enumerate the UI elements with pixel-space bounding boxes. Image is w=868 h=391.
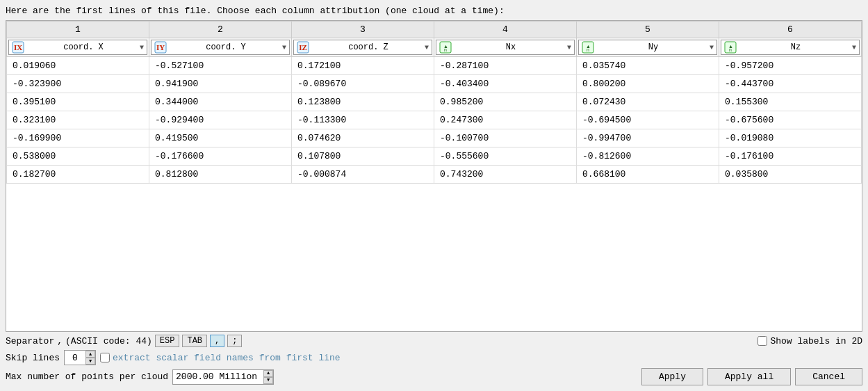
max-points-input[interactable]: [173, 371, 263, 383]
skip-lines-up-button[interactable]: ▲: [85, 351, 95, 358]
separator-label: Separator: [6, 336, 54, 346]
separator-row: Separator , (ASCII code: 44) ESP TAB , ;…: [6, 335, 862, 347]
cell-r1-c2: -0.089670: [292, 75, 434, 93]
svg-text:IX: IX: [14, 43, 22, 51]
dropdown-cell-5[interactable]: ▲ n Ny ▼: [578, 40, 717, 55]
col4-arrow: ▼: [567, 44, 571, 51]
cell-r4-c0: -0.169900: [7, 129, 149, 147]
svg-text:n: n: [587, 47, 589, 52]
col-dropdown-4[interactable]: ▲ n Nx ▼: [434, 38, 577, 57]
svg-text:n: n: [729, 47, 732, 52]
cell-r2-c1: 0.344000: [149, 93, 292, 111]
show-labels-right: Show labels in 2D: [758, 336, 862, 346]
cell-r1-c1: 0.941900: [149, 75, 292, 93]
cell-r4-c4: -0.994700: [577, 129, 719, 147]
cell-r2-c3: 0.985200: [434, 93, 577, 111]
cell-r5-c0: 0.538000: [7, 147, 149, 166]
col-dropdown-1[interactable]: IX coord. X ▼: [7, 38, 149, 57]
cell-r3-c1: -0.929400: [149, 111, 292, 129]
skip-row: Skip lines ▲ ▼ extract scalar field name…: [6, 350, 862, 365]
skip-lines-label: Skip lines: [6, 353, 60, 363]
col6-label: Nz: [739, 42, 852, 52]
apply-all-button[interactable]: Apply all: [707, 368, 791, 385]
extract-checkbox[interactable]: [100, 353, 110, 362]
dropdown-cell-6[interactable]: ▲ n Nz ▼: [721, 40, 860, 55]
table-scroll-area[interactable]: 1 2 3 4 5 6 I: [6, 21, 862, 331]
cell-r5-c4: -0.812600: [577, 147, 719, 166]
cell-r5-c1: -0.176600: [149, 147, 292, 166]
cell-r0-c5: -0.957200: [719, 57, 862, 75]
cell-r3-c2: -0.113300: [292, 111, 434, 129]
instruction-text: Here are the first lines of this file. C…: [6, 6, 862, 16]
extract-label: extract scalar field names from first li…: [113, 353, 341, 363]
cell-r5-c5: -0.176100: [719, 147, 862, 166]
col1-label: coord. X: [27, 42, 140, 52]
data-table-wrapper: 1 2 3 4 5 6 I: [6, 20, 862, 332]
show-labels-checkbox[interactable]: [758, 336, 767, 346]
cell-r0-c3: -0.287100: [434, 57, 577, 75]
dropdown-cell-2[interactable]: IY coord. Y ▼: [151, 40, 290, 55]
cell-r4-c5: -0.019080: [719, 129, 862, 147]
dropdown-cell-1[interactable]: IX coord. X ▼: [8, 40, 147, 55]
cell-r1-c3: -0.403400: [434, 75, 577, 93]
col-num-3: 3: [292, 22, 434, 38]
table-row: -0.1699000.4195000.074620-0.100700-0.994…: [7, 129, 862, 147]
col2-label: coord. Y: [170, 42, 282, 52]
skip-lines-input[interactable]: [65, 353, 85, 363]
skip-lines-down-button[interactable]: ▼: [85, 358, 95, 365]
col6-arrow: ▼: [852, 44, 856, 51]
cell-r4-c3: -0.100700: [434, 129, 577, 147]
dropdown-cell-4[interactable]: ▲ n Nx ▼: [436, 40, 575, 55]
max-points-spinbox-buttons: ▲ ▼: [263, 370, 273, 384]
col-dropdown-6[interactable]: ▲ n Nz ▼: [719, 38, 862, 57]
cell-r6-c1: 0.812800: [149, 166, 292, 184]
cell-r1-c0: -0.323900: [7, 75, 149, 93]
nz-normal-icon: ▲ n: [724, 41, 737, 54]
extract-checkbox-container: extract scalar field names from first li…: [100, 353, 341, 363]
cell-r1-c4: 0.800200: [577, 75, 719, 93]
col-num-4: 4: [434, 22, 577, 38]
max-points-input-container[interactable]: ▲ ▼: [172, 369, 274, 385]
cell-r0-c4: 0.035740: [577, 57, 719, 75]
max-points-label: Max number of points per cloud: [6, 372, 168, 382]
cancel-button[interactable]: Cancel: [795, 368, 862, 385]
y-coord-icon: IY: [154, 41, 167, 54]
col-dropdown-5[interactable]: ▲ n Ny ▼: [577, 38, 719, 57]
cell-r6-c2: -0.000874: [292, 166, 434, 184]
separator-value: ,: [57, 336, 63, 346]
table-row: 0.538000-0.1766000.107800-0.555600-0.812…: [7, 147, 862, 166]
action-buttons: Apply Apply all Cancel: [641, 368, 862, 385]
cell-r5-c2: 0.107800: [292, 147, 434, 166]
table-row: 0.019060-0.5271000.172100-0.2871000.0357…: [7, 57, 862, 75]
max-points-up-button[interactable]: ▲: [263, 370, 273, 377]
svg-text:IY: IY: [156, 43, 165, 51]
skip-lines-spinbox[interactable]: ▲ ▼: [64, 350, 96, 365]
col-num-1: 1: [7, 22, 149, 38]
col-dropdown-3[interactable]: IZ coord. Z ▼: [292, 38, 434, 57]
cell-r1-c5: -0.443700: [719, 75, 862, 93]
col5-arrow: ▼: [710, 44, 714, 51]
data-table: 1 2 3 4 5 6 I: [6, 21, 862, 184]
cell-r0-c0: 0.019060: [7, 57, 149, 75]
tab-button[interactable]: TAB: [182, 335, 207, 347]
col-num-6: 6: [719, 22, 862, 38]
esp-button[interactable]: ESP: [155, 335, 180, 347]
col-num-5: 5: [577, 22, 719, 38]
semicolon-button[interactable]: ;: [227, 335, 242, 347]
comma-button[interactable]: ,: [210, 335, 224, 347]
nx-normal-icon: ▲ n: [439, 41, 452, 54]
column-dropdown-row: IX coord. X ▼: [7, 38, 862, 57]
skip-lines-spinbox-buttons: ▲ ▼: [85, 351, 95, 365]
col1-arrow: ▼: [140, 44, 144, 51]
cell-r3-c5: -0.675600: [719, 111, 862, 129]
dropdown-cell-3[interactable]: IZ coord. Z ▼: [293, 40, 432, 55]
cell-r2-c0: 0.395100: [7, 93, 149, 111]
show-labels-label: Show labels in 2D: [770, 336, 862, 346]
col3-label: coord. Z: [312, 42, 425, 52]
cell-r4-c1: 0.419500: [149, 129, 292, 147]
ny-normal-icon: ▲ n: [582, 41, 594, 54]
apply-button[interactable]: Apply: [641, 368, 703, 385]
col-num-2: 2: [149, 22, 292, 38]
col-dropdown-2[interactable]: IY coord. Y ▼: [149, 38, 292, 57]
max-points-down-button[interactable]: ▼: [263, 377, 273, 384]
